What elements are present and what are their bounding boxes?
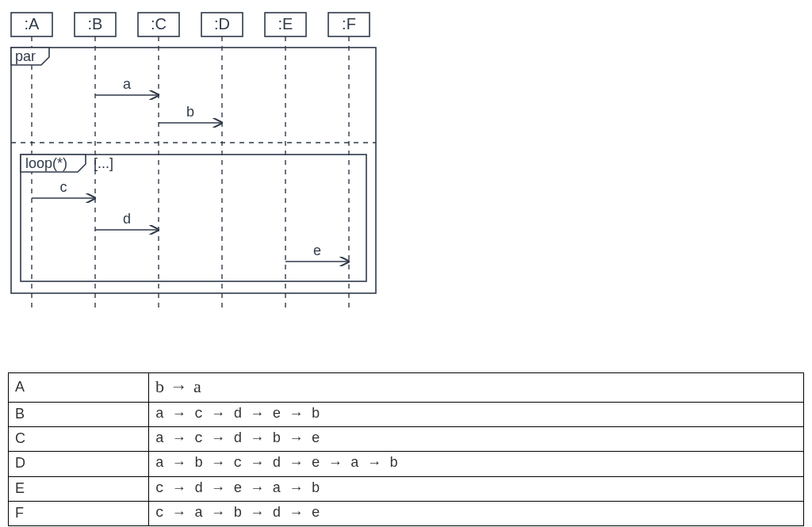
fragment-par-label: par — [15, 48, 36, 64]
answer-sequence: a → b → c → d → e → a → b — [149, 452, 804, 476]
answer-row: Ca → c → d → b → e — [9, 426, 804, 451]
svg-text::D: :D — [214, 15, 230, 32]
answer-row: Ba → c → d → e → b — [9, 402, 804, 426]
answer-sequence: b → a — [149, 373, 804, 403]
answer-key: C — [9, 426, 149, 451]
svg-text::F: :F — [342, 15, 356, 32]
message-b-label: b — [186, 104, 194, 120]
fragment-loop-label: loop(*) — [25, 155, 67, 171]
answer-sequence: a → c → d → b → e — [149, 426, 804, 451]
lifeline-A: :A — [11, 13, 52, 36]
svg-text::E: :E — [278, 15, 293, 32]
answer-key: F — [9, 501, 149, 525]
message-a-label: a — [123, 76, 132, 92]
svg-text::B: :B — [88, 15, 103, 32]
svg-rect-13 — [21, 155, 366, 281]
lifeline-B: :B — [75, 13, 116, 36]
message-c-label: c — [60, 179, 67, 195]
answer-sequence: c → d → e → a → b — [149, 476, 804, 501]
answer-row: Ec → d → e → a → b — [9, 476, 804, 501]
answer-key: A — [9, 373, 149, 403]
lifeline-F: :F — [328, 13, 370, 36]
answer-sequence: c → a → b → d → e — [149, 501, 804, 525]
message-e-label: e — [313, 242, 321, 258]
answer-row: Fc → a → b → d → e — [9, 501, 804, 525]
fragment-par: par a b loop(*) [...] — [11, 48, 376, 293]
lifeline-D: :D — [201, 13, 243, 36]
fragment-loop: loop(*) [...] c d e — [21, 155, 366, 281]
lifeline-E: :E — [265, 13, 306, 36]
answer-row: Ab → a — [9, 373, 804, 403]
answer-sequence: a → c → d → e → b — [149, 402, 804, 426]
uml-sequence-diagram: :A :B :C :D :E :F — [8, 8, 404, 317]
lifeline-C: :C — [138, 13, 179, 36]
svg-text::C: :C — [151, 15, 167, 32]
answer-key: D — [9, 452, 149, 476]
answer-key: E — [9, 476, 149, 501]
svg-text::A: :A — [25, 15, 40, 32]
fragment-loop-guard: [...] — [94, 155, 113, 171]
answer-row: Da → b → c → d → e → a → b — [9, 452, 804, 476]
answer-options-table: Ab → aBa → c → d → e → bCa → c → d → b →… — [8, 372, 804, 526]
answer-key: B — [9, 402, 149, 426]
message-d-label: d — [123, 211, 131, 227]
